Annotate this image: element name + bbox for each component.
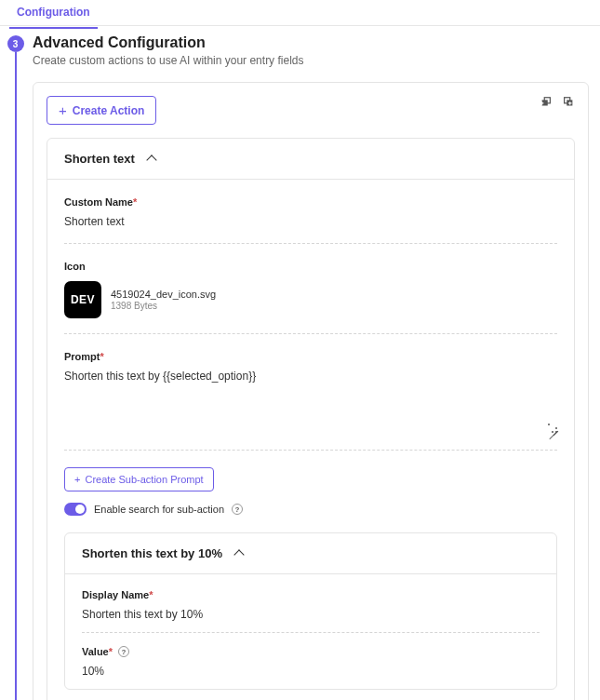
tab-bar: Configuration bbox=[0, 0, 600, 26]
page-subtitle: Create custom actions to use AI within y… bbox=[33, 54, 589, 67]
collapse-all-icon[interactable] bbox=[540, 96, 553, 112]
action-item: Shorten text Custom Name* Shorten text I… bbox=[47, 138, 575, 700]
icon-file-size: 1398 Bytes bbox=[111, 301, 216, 311]
icon-field: Icon DEV 4519024_dev_icon.svg 1398 Bytes bbox=[64, 261, 557, 334]
help-icon[interactable]: ? bbox=[118, 646, 129, 657]
plus-icon: + bbox=[59, 103, 67, 117]
resize-handle-icon[interactable] bbox=[548, 424, 557, 433]
step-rail-line bbox=[15, 52, 17, 700]
value-value[interactable]: 10% bbox=[82, 665, 540, 678]
icon-file-name: 4519024_dev_icon.svg bbox=[111, 289, 216, 300]
custom-name-label: Custom Name* bbox=[64, 196, 557, 208]
prompt-label: Prompt* bbox=[64, 351, 557, 362]
value-field: Value* ? 10% bbox=[82, 646, 540, 689]
create-subaction-button[interactable]: + Create Sub-action Prompt bbox=[64, 467, 214, 491]
enable-search-toggle[interactable] bbox=[64, 503, 87, 516]
custom-name-value[interactable]: Shorten text bbox=[64, 215, 557, 228]
custom-name-field: Custom Name* Shorten text bbox=[64, 196, 557, 244]
create-action-label: Create Action bbox=[73, 104, 145, 117]
subaction-header[interactable]: Shorten this text by 10% bbox=[65, 533, 556, 574]
help-icon[interactable]: ? bbox=[232, 504, 243, 515]
create-action-button[interactable]: + Create Action bbox=[47, 96, 156, 125]
create-subaction-label: Create Sub-action Prompt bbox=[85, 474, 203, 485]
display-name-label: Display Name* bbox=[82, 589, 540, 600]
icon-label: Icon bbox=[64, 261, 557, 272]
tab-configuration[interactable]: Configuration bbox=[9, 0, 98, 29]
prompt-field: Prompt* Shorten this text by {{selected_… bbox=[64, 351, 557, 451]
value-label: Value* bbox=[82, 646, 113, 657]
chevron-up-icon bbox=[233, 549, 244, 559]
subaction-title: Shorten this text by 10% bbox=[82, 546, 222, 560]
dev-icon[interactable]: DEV bbox=[64, 281, 101, 318]
page-title: Advanced Configuration bbox=[33, 34, 589, 51]
subaction-item: Shorten this text by 10% Display Name* S… bbox=[64, 532, 557, 690]
action-title: Shorten text bbox=[64, 152, 135, 166]
step-number-badge: 3 bbox=[7, 35, 24, 52]
display-name-field: Display Name* Shorten this text by 10% bbox=[82, 589, 540, 633]
display-name-value[interactable]: Shorten this text by 10% bbox=[82, 608, 540, 621]
enable-search-label: Enable search for sub-action bbox=[94, 504, 224, 515]
prompt-value[interactable]: Shorten this text by {{selected_option}} bbox=[64, 370, 557, 383]
toggle-knob bbox=[75, 505, 85, 514]
expand-all-icon[interactable] bbox=[562, 96, 575, 112]
actions-card: + Create Action Shorten text bbox=[33, 82, 589, 700]
action-header[interactable]: Shorten text bbox=[47, 139, 574, 180]
chevron-up-icon bbox=[146, 155, 156, 165]
plus-icon: + bbox=[74, 474, 80, 485]
step-rail: 3 bbox=[0, 32, 31, 700]
